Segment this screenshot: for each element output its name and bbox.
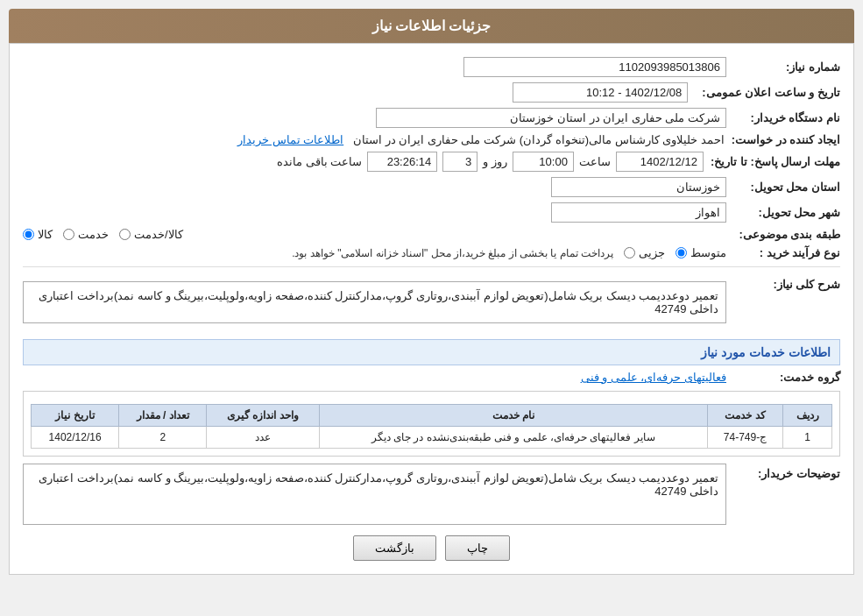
nofarayand-motavaset-item: متوسط bbox=[676, 246, 726, 259]
shomare-niaz-value: 1102093985013806 bbox=[23, 57, 726, 77]
mohlat-remaining-label: ساعت باقی مانده bbox=[277, 155, 362, 168]
tabaqe-khedmat-label: خدمت bbox=[78, 228, 109, 241]
service-group-label: گروه خدمت: bbox=[726, 371, 840, 384]
tozi-box: تعمیر دوعددیمب دیسک بریک شامل(تعویض لواز… bbox=[23, 464, 726, 525]
ij-label: ایجاد کننده در خواست: bbox=[725, 133, 840, 146]
mohlat-roz: 3 bbox=[442, 152, 477, 172]
mohlat-roz-label: روز و bbox=[483, 155, 507, 168]
ij-row: ایجاد کننده در خواست: احمد خلیلاوی کارشن… bbox=[23, 133, 840, 146]
cell-tarikh: 1402/12/16 bbox=[32, 427, 119, 449]
print-button[interactable]: چاپ bbox=[445, 535, 510, 561]
sharh-row: شرح کلی نیاز: تعمیر دوعددیمب دیسک بریک ش… bbox=[23, 274, 840, 330]
nofarayand-motavaset-label: متوسط bbox=[690, 246, 726, 259]
th-tedad: تعداد / مقدار bbox=[119, 405, 207, 427]
tabaqe-kala-radio[interactable] bbox=[23, 229, 34, 240]
shahr-row: شهر محل تحویل: اهواز bbox=[23, 202, 840, 223]
ostan-label: استان محل تحویل: bbox=[726, 181, 840, 194]
tabaqe-kala-label: کالا bbox=[38, 228, 53, 241]
namdestgah-row: نام دستگاه خریدار: شرکت ملی حفاری ایران … bbox=[23, 108, 840, 128]
service-group-link[interactable]: فعالیتهای حرفه‌ای، علمی و فنی bbox=[581, 371, 726, 384]
shomare-niaz-row: شماره نیاز: 1102093985013806 bbox=[23, 57, 840, 77]
nofarayand-motavaset-radio[interactable] bbox=[676, 247, 687, 258]
back-button[interactable]: بازگشت bbox=[353, 535, 436, 561]
th-nam: نام خدمت bbox=[319, 405, 707, 427]
tabaqe-kala-khedmat-item: کالا/خدمت bbox=[119, 228, 183, 241]
ostan-input: خوزستان bbox=[551, 177, 726, 197]
th-radif: ردیف bbox=[783, 405, 832, 427]
shahr-value: اهواز bbox=[23, 202, 726, 223]
page-wrapper: جزئیات اطلاعات نیاز شماره نیاز: 11020939… bbox=[0, 0, 863, 616]
tozi-value: تعمیر دوعددیمب دیسک بریک شامل(تعویض لواز… bbox=[23, 464, 726, 525]
services-table: ردیف کد خدمت نام خدمت واحد اندازه گیری ت… bbox=[31, 404, 832, 449]
tabaqe-kala-khedmat-radio[interactable] bbox=[119, 229, 131, 240]
mohlat-row: مهلت ارسال پاسخ: تا تاریخ: 1402/12/12 سا… bbox=[23, 152, 840, 172]
cell-radif: 1 bbox=[783, 427, 832, 449]
sharh-value: تعمیر دوعددیمب دیسک بریک شامل(تعویض لواز… bbox=[23, 274, 726, 330]
service-info-header: اطلاعات خدمات مورد نیاز bbox=[23, 339, 840, 365]
mohlat-value: 1402/12/12 ساعت 10:00 روز و 3 23:26:14 س… bbox=[23, 152, 704, 172]
th-vahed: واحد اندازه گیری bbox=[207, 405, 319, 427]
main-content: شماره نیاز: 1102093985013806 تاریخ و ساع… bbox=[9, 43, 854, 575]
tabaqe-kala-khedmat-label: کالا/خدمت bbox=[134, 228, 183, 241]
tabaqe-khedmat-radio[interactable] bbox=[63, 229, 74, 240]
nofarayand-jazyi-label: جزیی bbox=[639, 246, 665, 259]
cell-tedad: 2 bbox=[119, 427, 207, 449]
tarikh-label: تاریخ و ساعت اعلان عمومی: bbox=[695, 86, 840, 99]
tozi-label: توضیحات خریدار: bbox=[726, 464, 840, 480]
mohlat-saat: 10:00 bbox=[513, 152, 574, 172]
tarikh-row: تاریخ و ساعت اعلان عمومی: 1402/12/08 - 1… bbox=[23, 82, 840, 103]
divider-1 bbox=[23, 266, 840, 267]
cell-nam: سایر فعالیتهای حرفه‌ای، علمی و فنی طبقه‌… bbox=[319, 427, 707, 449]
nofarayand-value: جزیی متوسط پرداخت تمام یا بخشی از مبلغ خ… bbox=[23, 246, 726, 259]
tozi-row: توضیحات خریدار: تعمیر دوعددیمب دیسک بریک… bbox=[23, 464, 840, 525]
cell-vahed: عدد bbox=[207, 427, 319, 449]
page-title: جزئیات اطلاعات نیاز bbox=[372, 18, 492, 33]
namdestgah-label: نام دستگاه خریدار: bbox=[726, 111, 840, 124]
button-row: چاپ بازگشت bbox=[23, 535, 840, 561]
mohlat-date: 1402/12/12 bbox=[616, 152, 704, 172]
tabaqe-options: کالا خدمت کالا/خدمت bbox=[23, 228, 726, 241]
ij-link[interactable]: اطلاعات تماس خریدار bbox=[237, 133, 343, 146]
sharh-label: شرح کلی نیاز: bbox=[726, 274, 840, 291]
nofarayand-row: نوع فرآیند خرید : جزیی متوسط پرداخت تمام… bbox=[23, 246, 840, 259]
nofarayand-label: نوع فرآیند خرید : bbox=[726, 246, 840, 259]
mohlat-saat-label: ساعت bbox=[579, 155, 611, 168]
table-header-row: ردیف کد خدمت نام خدمت واحد اندازه گیری ت… bbox=[32, 405, 832, 427]
cell-kod: ج-749-74 bbox=[707, 427, 782, 449]
ostan-value: خوزستان bbox=[23, 177, 726, 197]
shomare-niaz-input: 1102093985013806 bbox=[463, 57, 726, 77]
service-group-row: گروه خدمت: فعالیتهای حرفه‌ای، علمی و فنی bbox=[23, 371, 840, 384]
tabaqe-kala-item: کالا bbox=[23, 228, 53, 241]
tabaqe-label: طبقه بندی موضوعی: bbox=[726, 228, 840, 241]
table-row: 1 ج-749-74 سایر فعالیتهای حرفه‌ای، علمی … bbox=[32, 427, 832, 449]
shomare-niaz-label: شماره نیاز: bbox=[726, 60, 840, 74]
ostan-row: استان محل تحویل: خوزستان bbox=[23, 177, 840, 197]
nofarayand-jazyi-radio[interactable] bbox=[624, 247, 635, 258]
service-group-value: فعالیتهای حرفه‌ای، علمی و فنی bbox=[23, 371, 726, 384]
nofarayand-jazyi-item: جزیی bbox=[624, 246, 665, 259]
nofarayand-desc: پرداخت تمام یا بخشی از مبلغ خرید،از محل … bbox=[292, 247, 613, 259]
ij-text: احمد خلیلاوی کارشناس مالی(تنخواه گردان) … bbox=[353, 133, 725, 146]
sharh-text: تعمیر دوعددیمب دیسک بریک شامل(تعویض لواز… bbox=[39, 289, 718, 315]
sharh-box: تعمیر دوعددیمب دیسک بریک شامل(تعویض لواز… bbox=[23, 281, 726, 323]
page-header: جزئیات اطلاعات نیاز bbox=[9, 9, 854, 43]
mohlat-label: مهلت ارسال پاسخ: تا تاریخ: bbox=[704, 155, 840, 168]
tabaqe-row: طبقه بندی موضوعی: کالا خدمت کالا/خدمت bbox=[23, 228, 840, 241]
services-table-section: ردیف کد خدمت نام خدمت واحد اندازه گیری ت… bbox=[23, 391, 840, 457]
tarikh-value: 1402/12/08 - 10:12 bbox=[513, 82, 688, 103]
th-kod: کد خدمت bbox=[707, 405, 782, 427]
ij-value: احمد خلیلاوی کارشناس مالی(تنخواه گردان) … bbox=[23, 133, 725, 146]
tozi-text: تعمیر دوعددیمب دیسک بریک شامل(تعویض لواز… bbox=[39, 471, 718, 498]
tabaqe-khedmat-item: خدمت bbox=[63, 228, 109, 241]
mohlat-remaining: 23:26:14 bbox=[367, 152, 437, 172]
th-tarikh: تاریخ نیاز bbox=[32, 405, 119, 427]
shahr-input: اهواز bbox=[551, 202, 726, 223]
shahr-label: شهر محل تحویل: bbox=[726, 206, 840, 219]
namdestgah-input: شرکت ملی حفاری ایران در استان خوزستان bbox=[376, 108, 726, 128]
namdestgah-value: شرکت ملی حفاری ایران در استان خوزستان bbox=[23, 108, 726, 128]
